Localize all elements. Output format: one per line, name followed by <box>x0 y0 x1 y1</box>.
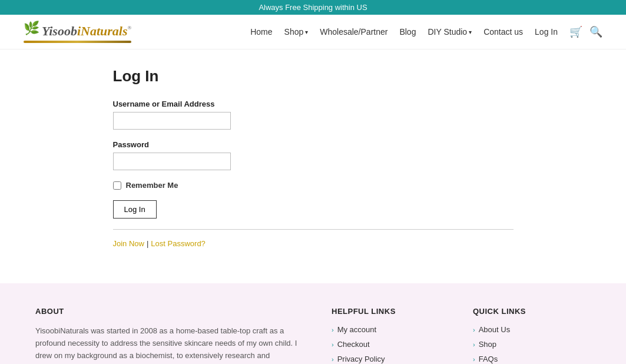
logo-wrapper: 🌿 YisoobiNaturals® <box>24 21 131 43</box>
footer-about-title: ABOUT <box>35 307 308 316</box>
link-separator: | <box>147 239 148 248</box>
nav-icons: 🛒 🔍 <box>569 25 602 38</box>
nav-login[interactable]: Log In <box>535 27 558 37</box>
nav-shop[interactable]: Shop ▾ <box>284 27 309 37</box>
username-label: Username or Email Address <box>113 100 514 108</box>
chevron-icon: › <box>332 341 334 348</box>
footer-helpful-title: HELPFUL LINKS <box>332 307 449 316</box>
main-nav: Home Shop ▾ Wholesale/Partner Blog DIY S… <box>250 25 602 38</box>
nav-blog[interactable]: Blog <box>399 27 416 37</box>
password-input[interactable] <box>113 153 231 170</box>
quick-link-about[interactable]: About Us <box>479 325 510 334</box>
footer-quick-title: QUICK LINKS <box>473 307 591 316</box>
login-form: Username or Email Address Password Remem… <box>113 100 514 248</box>
join-now-link[interactable]: Join Now <box>113 239 144 248</box>
chevron-icon: › <box>473 341 475 348</box>
chevron-icon: › <box>332 356 334 363</box>
helpful-link-privacy[interactable]: Privacy Policy <box>337 355 385 363</box>
helpful-link-checkout[interactable]: Checkout <box>337 340 370 349</box>
cart-icon[interactable]: 🛒 <box>569 25 582 38</box>
form-divider <box>113 229 514 230</box>
password-group: Password <box>113 140 514 170</box>
search-icon[interactable]: 🔍 <box>589 25 602 38</box>
nav-wholesale[interactable]: Wholesale/Partner <box>320 27 387 37</box>
footer: ABOUT YisoobiNaturals was started in 200… <box>0 283 626 364</box>
link-row: Join Now | Lost Password? <box>113 239 514 248</box>
nav-home[interactable]: Home <box>250 27 272 37</box>
list-item: › My account <box>332 325 449 334</box>
nav-contact[interactable]: Contact us <box>483 27 523 37</box>
list-item: › Shop <box>473 340 591 349</box>
main-content: Log In Username or Email Address Passwor… <box>90 49 537 283</box>
remember-me-row: Remember Me <box>113 181 514 190</box>
chevron-icon: › <box>473 326 475 333</box>
top-banner: Always Free Shipping within US <box>0 0 626 15</box>
banner-text: Always Free Shipping within US <box>259 3 367 12</box>
footer-about-text: YisoobiNaturals was started in 2008 as a… <box>35 325 308 364</box>
footer-about-section: ABOUT YisoobiNaturals was started in 200… <box>35 307 308 364</box>
chevron-down-icon: ▾ <box>469 29 472 35</box>
page-title: Log In <box>113 67 514 85</box>
logo-badge: ® <box>128 25 132 31</box>
username-group: Username or Email Address <box>113 100 514 130</box>
nav-diy-studio[interactable]: DIY Studio ▾ <box>428 27 472 37</box>
password-label: Password <box>113 140 514 149</box>
footer-grid: ABOUT YisoobiNaturals was started in 200… <box>35 307 591 364</box>
footer-helpful-section: HELPFUL LINKS › My account › Checkout › … <box>332 307 449 364</box>
logo-area[interactable]: 🌿 YisoobiNaturals® <box>24 21 131 43</box>
helpful-link-my-account[interactable]: My account <box>337 325 376 334</box>
chevron-icon: › <box>473 356 475 363</box>
chevron-down-icon: ▾ <box>305 29 308 35</box>
remember-me-checkbox[interactable] <box>113 181 121 190</box>
list-item: › About Us <box>473 325 591 334</box>
quick-link-shop[interactable]: Shop <box>479 340 496 349</box>
list-item: › Privacy Policy <box>332 355 449 363</box>
remember-me-label: Remember Me <box>126 181 178 190</box>
helpful-links-list: › My account › Checkout › Privacy Policy… <box>332 325 449 364</box>
footer-quick-section: QUICK LINKS › About Us › Shop › FAQs › W… <box>473 307 591 364</box>
lost-password-link[interactable]: Lost Password? <box>151 239 206 248</box>
header: 🌿 YisoobiNaturals® Home Shop ▾ Wholesale… <box>0 15 626 49</box>
chevron-icon: › <box>332 326 334 333</box>
logo-text: YisoobiNaturals® <box>42 21 131 39</box>
list-item: › FAQs <box>473 355 591 363</box>
login-button[interactable]: Log In <box>113 200 157 219</box>
username-input[interactable] <box>113 112 231 130</box>
logo-underline <box>24 41 131 43</box>
quick-link-faqs[interactable]: FAQs <box>479 355 498 363</box>
logo-leaf-icon: 🌿 <box>24 21 39 36</box>
quick-links-list: › About Us › Shop › FAQs › Work With Us <box>473 325 591 364</box>
list-item: › Checkout <box>332 340 449 349</box>
